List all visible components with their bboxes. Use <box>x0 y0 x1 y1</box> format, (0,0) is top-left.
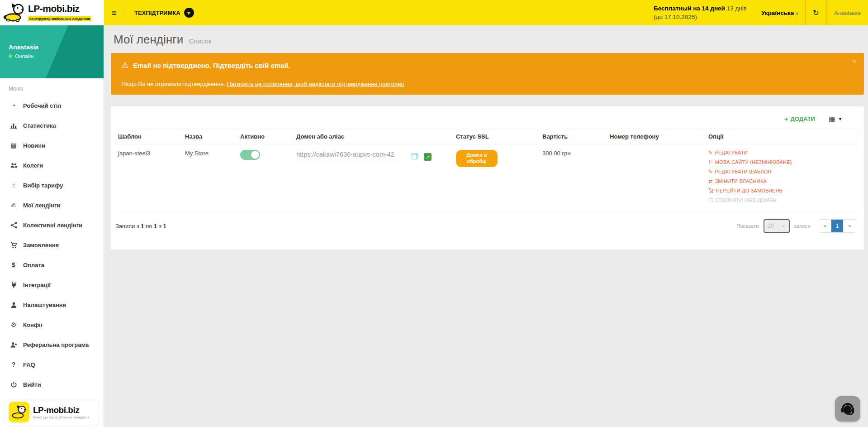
cell-domain: ❐ ↗ <box>293 144 452 213</box>
sidebar-item-label: Колеги <box>23 162 43 169</box>
open-link-icon[interactable]: ↗ <box>424 153 432 161</box>
chevron-down-icon: ∨ <box>782 224 785 228</box>
option-go-to-orders-link[interactable]: Перейти до замовлень <box>708 188 857 193</box>
option-create-web-domain-link: ❐Створити WEB-домен <box>708 197 857 203</box>
option-site-language-link[interactable]: ⚐Мова сайту (незмінюване) <box>708 159 857 165</box>
sidebar-item-settings[interactable]: Налаштування <box>0 295 104 315</box>
sidebar-item-label: Вибір тарифу <box>23 182 63 189</box>
sidebar-item-label: Замовлення <box>23 242 59 249</box>
caret-down-icon: ▼ <box>838 117 842 121</box>
table-grid-icon: ▦ <box>829 115 835 123</box>
column-visibility-selector[interactable]: ▦ ▼ <box>829 115 842 123</box>
sidebar-item-label: Вийти <box>23 381 41 388</box>
sidebar-item-faq[interactable]: ?FAQ <box>0 355 104 374</box>
landings-table: ШаблонНазваАктивноДомен або аліасСтатус … <box>114 129 860 213</box>
sidebar-item-referral[interactable]: Реферальна програма <box>0 335 104 355</box>
menu-section-label: Меню <box>0 78 104 96</box>
close-icon[interactable]: × <box>852 58 857 65</box>
language-selector[interactable]: Українська ∨ <box>761 10 799 16</box>
column-header: Домен або аліас <box>293 129 452 144</box>
tech-support-link[interactable]: ТЕХПІДТРИМКА ➤ <box>124 0 204 25</box>
chevron-down-icon: ∨ <box>796 11 799 16</box>
plug-icon <box>9 282 19 288</box>
sidebar-item-label: Робочий стіл <box>23 102 62 109</box>
cell-active <box>237 144 293 213</box>
brand-logo[interactable]: LP-mobi.biz Конструктор мобильных лендин… <box>0 0 104 25</box>
column-header: Опції <box>705 129 860 144</box>
domain-input[interactable] <box>296 150 405 161</box>
sidebar-item-colleagues[interactable]: Колеги <box>0 155 104 175</box>
dog-mascot-icon <box>3 2 26 23</box>
sidebar-item-logout[interactable]: Вийти <box>0 374 104 394</box>
records-info: Записи з 1 по 1 з 1 <box>115 223 166 230</box>
refresh-icon: ↻ <box>813 8 819 18</box>
cell-options: ✎Редагувати⚐Мова сайту (незмінюване)✎Ред… <box>705 144 860 213</box>
option-label: Редагувати шаблон <box>715 169 771 174</box>
cell-ssl-status: Домен в обробці <box>452 144 539 213</box>
column-header: Статус SSL <box>452 129 539 144</box>
sidebar-item-label: Статистика <box>23 122 56 129</box>
hamburger-menu-button[interactable]: ≡ <box>104 0 124 25</box>
sidebar-item-label: Мої лендінги <box>23 202 60 209</box>
option-label: Редагувати <box>715 150 747 155</box>
sidebar-item-news[interactable]: ▤Новини <box>0 135 104 155</box>
add-landing-button[interactable]: + ДОДАТИ <box>784 115 815 123</box>
table-footer: Записи з 1 по 1 з 1 Показати 20 ∨ записи… <box>114 213 860 233</box>
sidebar-item-statistics[interactable]: Статистика <box>0 115 104 135</box>
sidebar-item-my-landings[interactable]: ✍Мої лендінги <box>0 195 104 215</box>
sidebar-item-label: Оплата <box>23 262 44 269</box>
sidebar-item-config[interactable]: ⚙Конфіг <box>0 315 104 335</box>
telegram-icon: ➤ <box>184 8 194 18</box>
brand-subtitle: Конструктор мобильных лендингов <box>28 16 91 21</box>
page-title: Мої лендінги <box>114 33 183 46</box>
trial-plan: Бесплатный на 14 дней <box>654 5 725 12</box>
pagination: « 1 » <box>819 219 856 233</box>
column-header: Номер телефону <box>606 129 705 144</box>
page-header: Мої лендінги Список <box>104 25 868 52</box>
resend-confirmation-link[interactable]: Натисніть це посилання, щоб надіслати пі… <box>227 81 404 87</box>
pagination-page-1-button[interactable]: 1 <box>831 220 844 232</box>
sidebar-item-collective-landings[interactable]: Колективні лендінги <box>0 215 104 235</box>
copy-icon[interactable]: ❐ <box>411 153 417 161</box>
banner-text: Якщо Ви не отримали підтвердження. <box>122 81 227 87</box>
tech-support-label: ТЕХПІДТРИМКА <box>134 10 180 16</box>
option-edit-link[interactable]: ✎Редагувати <box>708 150 857 155</box>
option-change-owner-link[interactable]: ⇄Змінити власника <box>708 178 857 184</box>
option-label: Мова сайту (незмінюване) <box>715 159 792 165</box>
pagination-next-button[interactable]: » <box>844 220 856 232</box>
sidebar-item-payment[interactable]: $Оплата <box>0 255 104 275</box>
sidebar-item-tariff[interactable]: ☝Вибір тарифу <box>0 175 104 195</box>
pagination-prev-button[interactable]: « <box>819 220 831 232</box>
trial-days-left: 13 днів <box>727 5 747 12</box>
email-warning-banner: ⚠ Email не підтверджено. Підтвердіть сві… <box>111 53 864 95</box>
share-icon <box>9 222 19 229</box>
sidebar-item-dashboard[interactable]: ◔Робочий стіл <box>0 96 104 115</box>
topbar-yellow: ≡ ТЕХПІДТРИМКА ➤ Бесплатный на 14 дней 1… <box>104 0 868 25</box>
sidebar-item-label: Конфіг <box>23 321 43 328</box>
sidebar-username: Anastasia <box>9 43 104 51</box>
cell-template: japan-steel3 <box>114 144 181 213</box>
trial-until: (до 17.10.2025) <box>654 13 747 21</box>
brand-title: LP-mobi.biz <box>28 4 91 14</box>
topbar: LP-mobi.biz Конструктор мобильных лендин… <box>0 0 868 25</box>
column-header: Шаблон <box>114 129 181 144</box>
page-size-value: 20 <box>768 223 774 229</box>
refresh-button[interactable]: ↻ <box>806 0 826 25</box>
sidebar-item-label: Реферальна програма <box>23 341 89 348</box>
online-status-icon <box>9 54 12 58</box>
option-edit-template-link[interactable]: ✎Редагувати шаблон <box>708 169 857 174</box>
active-toggle[interactable] <box>240 150 260 160</box>
sidebar-item-integrations[interactable]: Інтеграції <box>0 275 104 295</box>
table-header-row: ШаблонНазваАктивноДомен або аліасСтатус … <box>114 129 860 144</box>
topbar-username[interactable]: Anastasia <box>827 0 868 25</box>
sidebar-item-orders[interactable]: Замовлення <box>0 235 104 255</box>
sidebar-item-label: Новини <box>23 142 45 149</box>
power-icon <box>9 381 19 388</box>
user-icon <box>9 302 19 308</box>
stats-icon <box>9 122 19 129</box>
page-size-select[interactable]: 20 ∨ <box>764 219 790 233</box>
card-toolbar: + ДОДАТИ ▦ ▼ <box>114 106 860 129</box>
table-row: japan-steel3 My Store ❐ ↗ <box>114 144 860 213</box>
support-chat-button[interactable] <box>835 396 860 422</box>
option-label: Перейти до замовлень <box>716 188 783 193</box>
